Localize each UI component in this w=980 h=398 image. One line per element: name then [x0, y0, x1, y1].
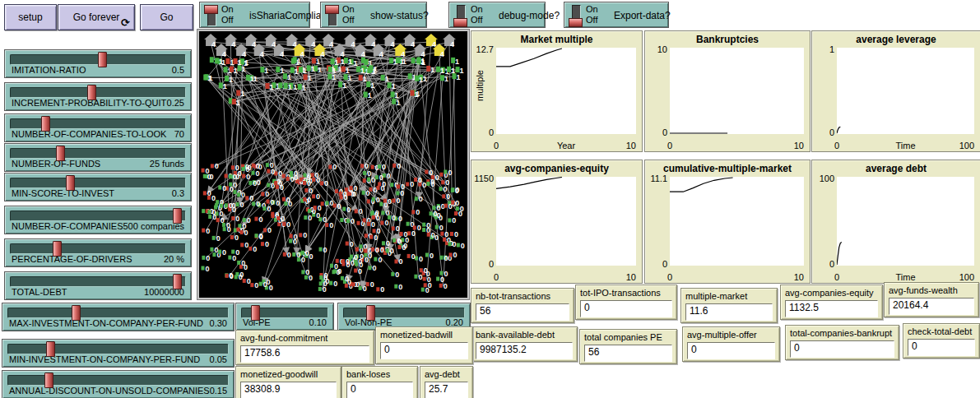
svg-text:0: 0 [418, 176, 422, 184]
slider-track[interactable] [10, 178, 186, 188]
svg-text:0: 0 [375, 246, 379, 254]
svg-text:0: 0 [419, 255, 423, 263]
y-axis-min-tick: 0 [645, 259, 667, 269]
plot-area [496, 48, 636, 134]
svg-text:0: 0 [390, 247, 394, 255]
svg-text:0: 0 [303, 231, 307, 239]
slider-percentage-of-drivers[interactable]: PERCENTAGE-OF-DRIVERS20 % [4, 238, 192, 267]
agents-network-canvas[interactable]: 4444444444444444444444444111111111111111… [199, 31, 467, 298]
switch-on-label: On [586, 4, 598, 15]
slider-thumb[interactable] [41, 116, 50, 132]
slider-track[interactable] [10, 276, 186, 287]
svg-text:0: 0 [384, 219, 388, 227]
slider-number-of-funds[interactable]: NUMBER-OF-FUNDS25 funds [4, 143, 192, 172]
svg-text:0: 0 [346, 206, 351, 214]
svg-text:0: 0 [411, 229, 416, 238]
svg-text:0: 0 [439, 224, 444, 232]
switch-knob[interactable] [453, 18, 467, 27]
y-axis-min-tick: 0 [471, 259, 494, 269]
svg-text:0: 0 [430, 180, 434, 188]
y-axis-max-tick: 10 [645, 44, 667, 54]
svg-text:1: 1 [318, 66, 322, 74]
svg-text:0: 0 [233, 173, 237, 181]
slider-thumb[interactable] [46, 341, 55, 357]
svg-text:4: 4 [379, 50, 383, 58]
setup-button[interactable]: setup [4, 4, 57, 30]
slider-thumb[interactable] [87, 85, 96, 100]
plot-area [496, 177, 636, 266]
slider-annual-discount-on-unsold-companies[interactable]: ANNUAL-DISCOUNT-ON-UNSOLD-COMPANIES0.15 [2, 370, 235, 398]
switch-export-data[interactable]: OnOff Export-data? [564, 2, 669, 28]
svg-text:0: 0 [206, 227, 210, 235]
monitor-value: 25.7 [425, 382, 468, 398]
slider-track[interactable] [10, 243, 186, 254]
slider-increment-probability-to-quit[interactable]: INCREMENT-PROBABILITY-TO-QUIT0.25 [4, 82, 192, 111]
svg-text:0: 0 [216, 234, 221, 243]
plot-title: Bankruptcies [645, 31, 810, 45]
slider-thumb[interactable] [44, 373, 53, 388]
svg-text:0: 0 [290, 175, 295, 183]
slider-thumb[interactable] [56, 146, 65, 161]
monitor-label: total-companies-bankrupt [786, 326, 899, 338]
y-axis-max-tick: 100 [812, 174, 834, 183]
plot-title: average debt [812, 160, 980, 174]
svg-text:0: 0 [395, 271, 399, 279]
monitor-value: 0 [908, 339, 975, 356]
x-axis-min-tick: 0 [494, 272, 499, 282]
go-forever-button[interactable]: Go forever ⟳ [58, 4, 135, 30]
svg-text:0: 0 [454, 230, 458, 238]
slider-total-debt[interactable]: TOTAL-DEBT10000000 [4, 271, 192, 300]
slider-thumb[interactable] [366, 305, 375, 321]
slider-number-of-companies-to-look[interactable]: NUMBER-OF-COMPANIES-TO-LOOK70 [4, 113, 192, 142]
slider-track[interactable] [10, 87, 186, 98]
slider-thumb[interactable] [72, 305, 81, 321]
slider-imitation-ratio[interactable]: IMITATION-RATIO0.5 [4, 49, 192, 78]
slider-thumb[interactable] [53, 241, 62, 257]
x-axis-max-tick: 10 [794, 141, 804, 150]
y-axis-min-tick: 0 [812, 259, 834, 269]
svg-text:0: 0 [309, 274, 313, 282]
slider-thumb[interactable] [66, 175, 75, 191]
slider-vol-pe[interactable]: Vol-PE0.10 [235, 303, 334, 331]
switch-knob[interactable] [569, 18, 583, 27]
slider-track[interactable] [10, 211, 186, 221]
slider-min-score-to-invest[interactable]: MIN-SCORE-TO-INVEST0.3 [4, 173, 192, 201]
slider-track[interactable] [10, 148, 186, 159]
svg-text:4: 4 [320, 50, 324, 58]
slider-track[interactable] [7, 308, 229, 318]
x-axis-min-tick: 0 [667, 141, 672, 150]
switch-debug-mode[interactable]: OnOff debug-mode? [448, 2, 546, 28]
slider-track[interactable] [10, 118, 186, 129]
svg-text:0: 0 [404, 230, 408, 238]
switch-show-status[interactable]: OnOff show-status? [320, 2, 427, 28]
switch-knob[interactable] [204, 5, 218, 14]
monitor-check-total-debt: check-total-debt 0 [903, 323, 980, 359]
slider-number-of-companies[interactable]: NUMBER-OF-COMPANIES500 companies [4, 206, 192, 234]
svg-text:1: 1 [342, 81, 346, 90]
svg-text:0: 0 [419, 195, 423, 203]
go-button[interactable]: Go [140, 4, 193, 30]
svg-text:1: 1 [236, 99, 240, 107]
switch-issharia-compliant[interactable]: OnOff isShariaCompliant? [199, 2, 310, 28]
slider-thumb[interactable] [98, 52, 107, 67]
svg-text:0: 0 [244, 241, 248, 249]
slider-value: 0.05 [210, 354, 227, 364]
slider-track[interactable] [7, 344, 229, 354]
svg-text:0: 0 [222, 248, 226, 257]
slider-thumb[interactable] [173, 274, 182, 289]
svg-text:0: 0 [429, 169, 433, 177]
world-view[interactable]: 4444444444444444444444444111111111111111… [197, 30, 469, 299]
monitor-value: 56 [476, 303, 569, 321]
svg-text:0: 0 [212, 213, 216, 221]
svg-text:0: 0 [229, 201, 233, 210]
slider-thumb[interactable] [173, 208, 182, 224]
slider-min-investment-on-company-per-fund[interactable]: MIN-INVESTMENT-ON-COMPANY-PER-FUND0.05 [2, 339, 235, 368]
slider-thumb[interactable] [251, 305, 260, 321]
monitor-label: avg-debt [420, 367, 472, 379]
svg-text:0: 0 [371, 220, 375, 229]
switch-knob[interactable] [325, 5, 339, 14]
slider-track[interactable] [7, 375, 229, 386]
svg-text:0: 0 [235, 164, 239, 172]
slider-max-investment-on-company-per-fund[interactable]: MAX-INVESTMENT-ON-COMPANY-PER-FUND0.30 [2, 303, 235, 331]
svg-text:0: 0 [232, 254, 236, 262]
